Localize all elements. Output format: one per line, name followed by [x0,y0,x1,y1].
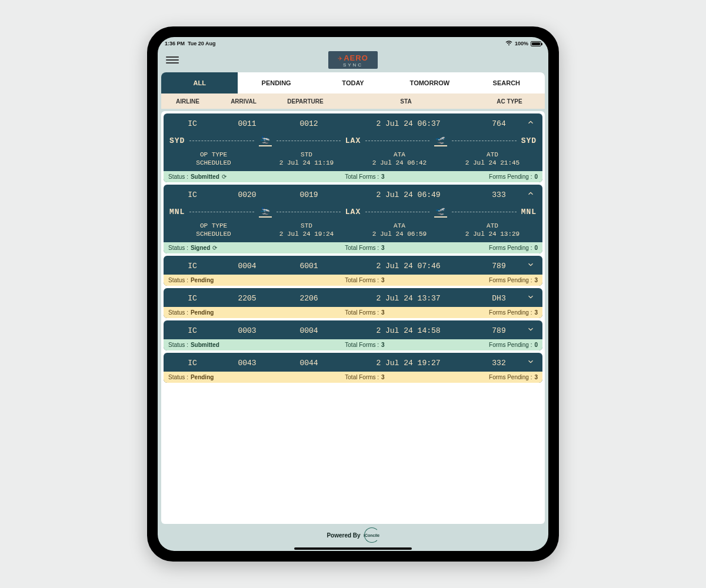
status-label: Status : [168,277,188,283]
chevron-down-icon[interactable] [522,358,539,368]
filter-tabs: ALLPENDINGTODAYTOMORROWSEARCH [161,72,545,93]
date: Tue 20 Aug [188,41,216,46]
total-forms-value: 3 [381,342,385,348]
std-value: 2 Jul 24 11:19 [260,159,353,166]
chevron-down-icon[interactable] [522,260,539,271]
chevron-up-icon[interactable] [522,189,539,200]
chevron-up-icon[interactable] [522,118,539,129]
status-label: Status : [168,309,188,316]
flight-card: IC000460012 Jul 24 07:46789Status : Pend… [164,256,542,286]
departure-number: 0044 [277,359,341,368]
total-forms-label: Total Forms : [345,245,379,251]
chevron-down-icon[interactable] [522,293,539,303]
route-dest: SYD [521,136,537,145]
battery-icon [531,41,541,46]
tab-today[interactable]: TODAY [315,72,391,93]
departure-number: 2206 [277,294,341,303]
status-bar-row: Status : Submitted⟳Total Forms : 3Forms … [164,171,542,182]
atd-value: 2 Jul 24 21:45 [446,159,539,166]
atd-label: ATD [446,151,539,158]
op-type-label: OP TYPE [167,151,260,158]
route-row: SYD🛬LAX🛫SYD [164,132,542,150]
route-origin: SYD [169,136,185,145]
status-bar-row: Status : PendingTotal Forms : 3Forms Pen… [164,307,542,318]
app-header: ✈AERO SYNC [158,48,548,72]
ac-type-value: 789 [475,262,522,270]
svg-point-0 [508,44,509,45]
op-type-value: SCHEDULED [167,159,260,166]
device-status-bar: 1:36 PM Tue 20 Aug 100% [158,37,548,48]
ac-type-value: 789 [475,326,522,335]
menu-button[interactable] [166,55,179,65]
forms-pending-value: 0 [534,342,538,348]
flight-summary-row[interactable]: IC000300042 Jul 24 14:58789 [164,320,542,339]
total-forms-value: 3 [381,374,385,380]
airline-code: IC [167,359,218,368]
airline-code: IC [167,191,218,199]
forms-pending-label: Forms Pending : [489,342,532,348]
tab-pending[interactable]: PENDING [238,72,314,93]
chevron-down-icon[interactable] [522,325,539,336]
app-logo: ✈AERO SYNC [328,51,378,69]
footer: Powered By iConcile [158,524,548,551]
departure-number: 0012 [277,119,341,128]
total-forms-label: Total Forms : [345,342,379,348]
sta-value: 2 Jul 24 14:58 [341,326,475,335]
status-value: Submitted [191,342,219,348]
col-airline: AIRLINE [161,98,214,105]
ata-value: 2 Jul 24 06:42 [353,159,446,166]
clock: 1:36 PM [165,41,185,46]
status-bar-row: Status : Signed⟳Total Forms : 3Forms Pen… [164,242,542,253]
home-indicator[interactable] [294,547,412,550]
departure-number: 0004 [277,326,341,335]
battery-percent: 100% [515,41,528,46]
forms-pending-label: Forms Pending : [489,374,532,380]
ac-type-value: 764 [475,119,522,128]
op-type-value: SCHEDULED [167,230,260,238]
plane-takeoff-icon: 🛫 [434,135,447,146]
status-bar-row: Status : PendingTotal Forms : 3Forms Pen… [164,275,542,286]
forms-pending-label: Forms Pending : [489,277,532,283]
sta-value: 2 Jul 24 06:37 [341,119,475,128]
status-bar-row: Status : PendingTotal Forms : 3Forms Pen… [164,372,542,383]
route-dest: MNL [521,208,537,216]
total-forms-label: Total Forms : [345,309,379,316]
forms-pending-value: 3 [534,374,538,380]
tab-tomorrow[interactable]: TOMORROW [391,72,468,93]
forms-pending-value: 3 [534,277,538,283]
flight-summary-row[interactable]: IC220522062 Jul 24 13:37DH3 [164,288,542,307]
flight-summary-row[interactable]: IC002000192 Jul 24 06:49333 [164,185,542,203]
total-forms-value: 3 [381,309,385,316]
plane-landing-icon: 🛬 [259,135,272,146]
flight-summary-row[interactable]: IC001100122 Jul 24 06:37764 [164,113,542,132]
status-label: Status : [168,173,188,180]
col-ac-type: AC TYPE [474,98,545,105]
status-bar-row: Status : SubmittedTotal Forms : 3Forms P… [164,339,542,350]
status-value: Submitted [191,173,219,180]
ac-type-value: 333 [475,191,522,199]
forms-pending-value: 3 [534,309,538,316]
atd-label: ATD [446,222,539,229]
refresh-icon[interactable]: ⟳ [212,245,217,251]
total-forms-value: 3 [381,173,385,180]
airline-code: IC [167,294,218,303]
refresh-icon[interactable]: ⟳ [222,173,227,180]
total-forms-label: Total Forms : [345,173,379,180]
tab-search[interactable]: SEARCH [468,72,545,93]
flight-card: IC002000192 Jul 24 06:49333MNL🛬LAX🛫MNLOP… [164,185,542,253]
col-sta: STA [338,98,474,105]
tablet-frame: 1:36 PM Tue 20 Aug 100% ✈AERO SYNC [147,26,559,562]
airline-code: IC [167,262,218,270]
flight-summary-row[interactable]: IC000460012 Jul 24 07:46789 [164,256,542,275]
flight-list[interactable]: IC001100122 Jul 24 06:37764SYD🛬LAX🛫SYDOP… [161,111,545,524]
sta-value: 2 Jul 24 07:46 [341,262,475,270]
flight-summary-row[interactable]: IC004300442 Jul 24 19:27332 [164,353,542,372]
forms-pending-value: 0 [534,245,538,251]
detail-values-row: SCHEDULED2 Jul 24 11:192 Jul 24 06:422 J… [164,159,542,171]
atd-value: 2 Jul 24 13:29 [446,230,539,238]
std-value: 2 Jul 24 19:24 [260,230,353,238]
wifi-icon [505,41,512,47]
footer-brand-logo: iConcile [364,527,379,543]
arrival-number: 0020 [218,191,277,199]
tab-all[interactable]: ALL [161,72,238,93]
